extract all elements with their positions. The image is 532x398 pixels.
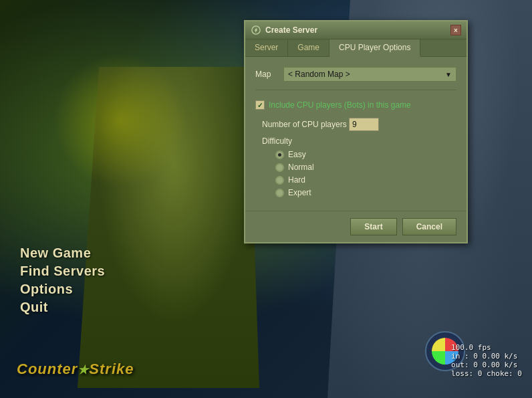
difficulty-hard-row: Hard	[275, 175, 456, 185]
difficulty-expert-label: Expert	[288, 188, 311, 197]
tab-cpu-player-options[interactable]: CPU Player Options	[329, 39, 420, 57]
energy-effect	[53, 54, 187, 187]
fps-line2: in : 0 0.00 k/s	[451, 352, 522, 361]
difficulty-easy-radio[interactable]	[275, 151, 284, 159]
cs-logo-text: Counter★Strike	[17, 361, 134, 377]
map-select-arrow-icon: ▼	[445, 71, 452, 78]
cs-logo: Counter★Strike	[17, 361, 134, 378]
dialog-content: Map < Random Map > ▼ Include CPU players…	[245, 57, 467, 211]
create-server-dialog: Create Server × Server Game CPU Player O…	[244, 20, 468, 243]
map-select-dropdown[interactable]: < Random Map > ▼	[283, 67, 456, 82]
num-cpu-input[interactable]	[349, 118, 379, 131]
difficulty-radio-group: Easy Normal Hard Expert	[275, 150, 456, 197]
cancel-button[interactable]: Cancel	[402, 218, 456, 235]
steam-icon	[251, 25, 261, 35]
dialog-titlebar: Create Server ×	[245, 21, 467, 39]
fps-counter: 100.0 fps in : 0 0.00 k/s out: 0 0.00 k/…	[451, 343, 522, 378]
dialog-title-left: Create Server	[251, 25, 317, 35]
map-row: Map < Random Map > ▼	[255, 67, 456, 90]
difficulty-expert-radio[interactable]	[275, 189, 284, 197]
dialog-footer: Start Cancel	[245, 211, 467, 242]
svg-point-1	[255, 29, 257, 31]
menu-item-options[interactable]: Options	[20, 282, 105, 297]
difficulty-hard-label: Hard	[288, 175, 305, 185]
tab-server[interactable]: Server	[245, 39, 288, 56]
difficulty-section: Difficulty Easy Normal Hard	[262, 136, 456, 197]
include-cpu-label: Include CPU players (Bots) in this game	[269, 100, 411, 110]
fps-line3: out: 0 0.00 k/s	[451, 361, 522, 369]
fps-line4: loss: 0 choke: 0	[451, 369, 522, 378]
difficulty-normal-row: Normal	[275, 163, 456, 172]
main-menu: New Game Find Servers Options Quit	[20, 245, 105, 318]
dialog-title-text: Create Server	[265, 25, 317, 35]
include-cpu-row: Include CPU players (Bots) in this game	[255, 100, 456, 110]
include-cpu-checkbox[interactable]	[255, 100, 265, 110]
dialog-tabs: Server Game CPU Player Options	[245, 39, 467, 57]
start-button[interactable]: Start	[350, 218, 396, 235]
map-select-text: < Random Map >	[288, 70, 442, 79]
difficulty-expert-row: Expert	[275, 188, 456, 197]
fps-line1: 100.0 fps	[451, 343, 522, 352]
num-cpu-label: Number of CPU players	[262, 120, 349, 129]
menu-item-find-servers[interactable]: Find Servers	[20, 264, 105, 279]
menu-item-new-game[interactable]: New Game	[20, 245, 105, 261]
num-cpu-row: Number of CPU players	[262, 118, 456, 131]
difficulty-normal-radio[interactable]	[275, 163, 284, 172]
difficulty-easy-label: Easy	[288, 150, 306, 159]
menu-item-quit[interactable]: Quit	[20, 300, 105, 315]
difficulty-normal-label: Normal	[288, 163, 314, 172]
difficulty-easy-row: Easy	[275, 150, 456, 159]
map-label: Map	[255, 70, 275, 79]
difficulty-hard-radio[interactable]	[275, 176, 284, 185]
tab-game[interactable]: Game	[288, 39, 329, 56]
close-button[interactable]: ×	[450, 25, 461, 35]
difficulty-label: Difficulty	[262, 136, 456, 146]
